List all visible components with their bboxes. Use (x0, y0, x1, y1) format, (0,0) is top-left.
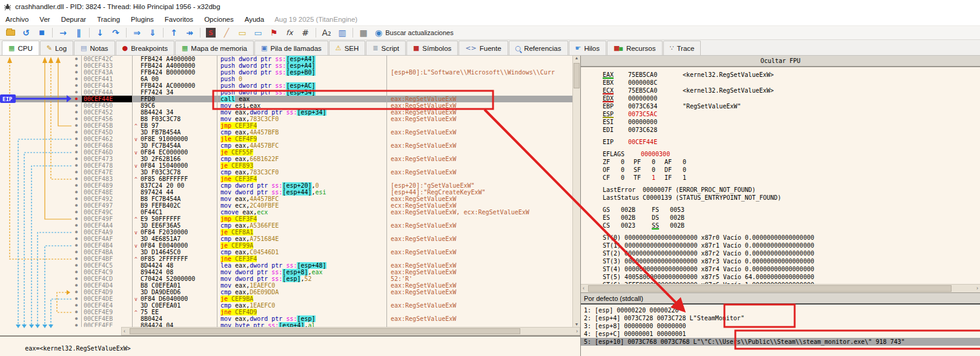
tab-notas[interactable]: ▤Notas (74, 41, 114, 55)
breakpoint-dot[interactable]: ● (71, 76, 81, 82)
tab-simbolos[interactable]: ■Símbolos (406, 41, 458, 55)
disasm-row[interactable]: ●00CEF4A43D EE6F36A5cmp eax,A5366FEEeax:… (0, 222, 572, 229)
register-value[interactable]: 00CEF44E (628, 138, 683, 146)
disasm-row[interactable]: ●00CEF43AFFB424 B0000000push dword ptr s… (0, 69, 572, 76)
comment-cell[interactable] (386, 216, 572, 222)
register-value[interactable]: 00000300 (641, 150, 695, 158)
instruction-cell[interactable]: push dword ptr ss:[esp+A4] (217, 62, 386, 69)
address-cell[interactable]: 00CEF48E (81, 189, 132, 196)
disasm-row[interactable]: ●00CEF44EFFD0call eaxeax:RegSetValueExW (0, 96, 572, 102)
breakpoint-dot[interactable]: ● (71, 136, 81, 142)
comment-cell[interactable] (386, 295, 572, 302)
breakpoint-dot[interactable]: ● (71, 222, 81, 229)
comment-cell[interactable]: eax:RegSetValueExW (386, 142, 572, 149)
comment-cell[interactable] (386, 62, 572, 69)
comment-cell[interactable] (386, 322, 572, 327)
address-cell[interactable]: 00CEF49F (81, 216, 132, 222)
instruction-cell[interactable]: mov dword ptr ss:[esp],52 (217, 275, 386, 282)
tab-pila-de-llamadas[interactable]: ▣Pila de llamadas (254, 41, 328, 55)
disasm-row[interactable]: ●00CEF48E897424 44mov dword ptr ss:[esp+… (0, 189, 572, 196)
flag-value[interactable]: 1 (652, 174, 664, 182)
address-cell[interactable]: 00CEF4AF (81, 236, 132, 242)
breakpoint-dot[interactable]: ● (71, 202, 81, 209)
instruction-cell[interactable]: cmp eax,4A457BFB (217, 129, 386, 136)
breakpoint-dot[interactable]: ● (71, 156, 81, 162)
comment-cell[interactable] (386, 242, 572, 249)
breakpoint-dot[interactable]: ● (71, 282, 81, 289)
segment-value[interactable]: 002B (621, 206, 652, 214)
comment-cell[interactable]: eax:RegSetValueExW (386, 156, 572, 162)
segment-value[interactable]: 0053 (670, 206, 701, 214)
comment-cell[interactable]: eax:RegSetValueExW (386, 129, 572, 136)
disasm-row[interactable]: ●00CEF492B8 FC7B454Amov eax,4A457BFCeax:… (0, 196, 572, 202)
scylla-button[interactable]: S (204, 27, 218, 39)
instruction-cell[interactable]: cmp dword ptr ss:[esp+20],0 (217, 182, 386, 189)
address-cell[interactable]: 00CEF4C5 (81, 262, 132, 269)
breakpoint-dot[interactable]: ● (71, 169, 81, 176)
bookmarks-button[interactable]: ⚑ (267, 27, 281, 39)
breakpoint-dot[interactable]: ● (71, 62, 81, 69)
disasm-vertical-scrollbar[interactable]: ▲ ▼ (572, 56, 580, 327)
instruction-cell[interactable]: mov dword ptr ss:[esp+8],eax (217, 269, 386, 275)
fpu-register-row[interactable]: ST(1) 00000000000000000000 x87r1 Vacío 0… (603, 242, 980, 249)
tab-hilos[interactable]: ☛Hilos (569, 41, 606, 55)
comment-cell[interactable] (386, 89, 572, 96)
scroll-right-icon[interactable]: › (976, 285, 978, 292)
bytes-cell[interactable]: FFB424 A4000000 (132, 56, 217, 62)
bytes-cell[interactable]: v0F84 EC000000 (132, 149, 217, 156)
comment-cell[interactable]: eax:RegSetValueExW (386, 249, 572, 255)
step-into-button[interactable]: ↓ (93, 27, 107, 39)
disasm-row[interactable]: ●00CEF46Dv0F84 EC000000je CEF55F (0, 149, 572, 156)
address-cell[interactable]: 00CEF443 (81, 82, 132, 89)
comment-cell[interactable]: 52:'R' (386, 275, 572, 282)
address-cell[interactable]: 00CEF452 (81, 109, 132, 116)
bytes-cell[interactable]: v0F84 E0040000 (132, 242, 217, 249)
instruction-cell[interactable]: call eax (217, 96, 386, 102)
register-value[interactable]: 75EB5CA0 (628, 71, 683, 79)
instruction-cell[interactable]: mov eax,783C3CF0 (217, 116, 386, 122)
disassembly-view[interactable]: ●00CEF42CFFB424 A4000000push dword ptr s… (0, 56, 572, 327)
disasm-row[interactable]: ●00CEF4AF3D 4E6851A7cmp eax,A751684Eeax:… (0, 236, 572, 242)
instruction-cell[interactable]: je CEF9BA (217, 295, 386, 302)
calling-convention-selector[interactable]: Por defecto (stdcall) (581, 293, 980, 305)
instruction-cell[interactable]: mov eax,4A457BFC (217, 196, 386, 202)
disasm-row[interactable]: ●00CEF483^0F85 6BFFFFFFjne CEF3F4 (0, 176, 572, 182)
disasm-row[interactable]: ●00CEF4DEv0F84 D6040000je CEF9BA (0, 295, 572, 302)
menu-item-favoritos[interactable]: Favoritos (159, 15, 199, 24)
breakpoint-dot[interactable]: ● (71, 315, 81, 322)
comment-cell[interactable] (386, 255, 572, 262)
instruction-cell[interactable]: je CEF8A1 (217, 229, 386, 236)
title-bar[interactable]: crashhandler.dll - PID: 3824 - Thread: H… (0, 0, 980, 13)
address-cell[interactable]: 00CEF4CD (81, 275, 132, 282)
disasm-row[interactable]: ●00CEF443FFB424 AC000000push dword ptr s… (0, 82, 572, 89)
address-cell[interactable]: 00CEF46D (81, 149, 132, 156)
address-cell[interactable]: 00CEF4A4 (81, 222, 132, 229)
bytes-cell[interactable]: v0F84 D6040000 (132, 295, 217, 302)
disasm-row[interactable]: ●00CEF4B4v0F84 E0040000je CEF99A (0, 242, 572, 249)
breakpoint-dot[interactable]: ● (71, 129, 81, 136)
breakpoint-dot[interactable]: ● (71, 302, 81, 309)
disasm-row[interactable]: ●00CEF489837C24 20 00cmp dword ptr ss:[e… (0, 182, 572, 189)
breakpoint-dot[interactable]: ● (71, 289, 81, 295)
address-cell[interactable]: 00CEF483 (81, 176, 132, 182)
instruction-cell[interactable]: cmp eax,D6E09DDA (217, 289, 386, 295)
instruction-cell[interactable]: cmp eax,783C3CF0 (217, 169, 386, 176)
address-cell[interactable]: 00CEF47E (81, 169, 132, 176)
instruction-cell[interactable]: push dword ptr ss:[esp+A4] (217, 56, 386, 62)
instruction-cell[interactable]: push dword ptr ss:[esp+B0] (217, 69, 386, 76)
fpu-register-row[interactable]: ST(0) 00000000000000000000 x87r0 Vacío 0… (603, 234, 980, 242)
address-cell[interactable]: 00CEF433 (81, 62, 132, 69)
address-cell[interactable]: 00CEF44A (81, 89, 132, 96)
comment-cell[interactable]: [esp+20]:"gSetValueExW" (386, 182, 572, 189)
bytes-cell[interactable]: 894424 08 (132, 269, 217, 275)
address-cell[interactable]: 00CEF44E (81, 96, 132, 102)
breakpoint-dot[interactable]: ● (71, 309, 81, 315)
bytes-cell[interactable]: FF7424 34 (132, 89, 217, 96)
comment-cell[interactable] (386, 122, 572, 129)
bytes-cell[interactable]: 8B4424 34 (132, 109, 217, 116)
check-updates-button[interactable]: ◉Buscar actualizaciones (372, 27, 457, 39)
disasm-row[interactable]: ●00CEF4C9894424 08mov dword ptr ss:[esp+… (0, 269, 572, 275)
instruction-cell[interactable]: jne CEF4D9 (217, 309, 386, 315)
bytes-cell[interactable]: 3D 2F62B166 (132, 156, 217, 162)
breakpoint-dot[interactable]: ● (71, 182, 81, 189)
